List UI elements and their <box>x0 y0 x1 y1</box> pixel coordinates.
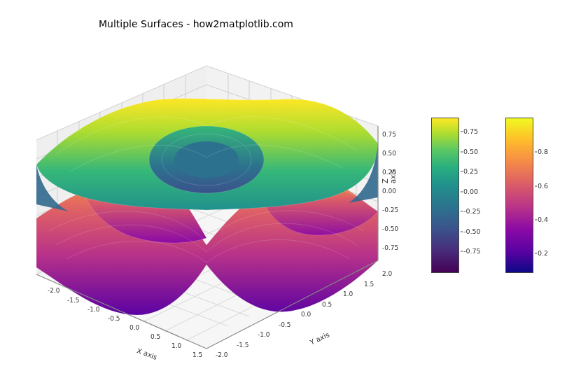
surface-viridis <box>36 99 378 211</box>
cbar-tick: 0.75 <box>463 127 478 135</box>
y-tick: 0.5 <box>322 301 332 308</box>
x-tick: -1.0 <box>88 306 100 313</box>
cbar-tick: 0.8 <box>538 148 548 155</box>
cbar-tick: 0.00 <box>463 188 478 195</box>
z-tick: 0.75 <box>382 131 396 138</box>
y-tick: 1.5 <box>364 281 374 288</box>
y-tick: 2.0 <box>382 270 392 277</box>
cbar-tick: 0.4 <box>538 216 548 223</box>
x-tick: -2.0 <box>48 287 60 294</box>
y-tick: -1.0 <box>258 331 270 338</box>
z-tick: 0.50 <box>382 150 396 157</box>
cbar-tick: 0.2 <box>538 249 548 257</box>
chart-title: Multiple Surfaces - how2matplotlib.com <box>0 18 392 29</box>
z-tick: -0.75 <box>382 244 398 251</box>
y-tick: -1.5 <box>237 342 249 349</box>
colorbar-plasma-ticks: 0.2 0.4 0.6 0.8 <box>535 118 563 272</box>
z-tick: -0.25 <box>382 206 398 214</box>
colorbar-plasma[interactable] <box>505 118 533 273</box>
x-tick: -0.5 <box>108 315 120 322</box>
y-tick: 1.0 <box>343 290 353 298</box>
colorbar-viridis-ticks: -0.75 -0.50 -0.25 0.00 0.25 0.50 0.75 <box>461 118 489 272</box>
x-tick: 0.0 <box>130 324 139 331</box>
x-tick: 1.5 <box>192 351 202 358</box>
figure: Multiple Surfaces - how2matplotlib.com <box>0 0 588 392</box>
z-tick: 0.25 <box>382 169 396 176</box>
cbar-tick: 0.25 <box>463 167 478 175</box>
x-tick: -1.5 <box>67 297 80 304</box>
axes3d[interactable]: X axis Y axis Z axis -2.0 -1.5 -1.0 -0.5… <box>28 35 392 371</box>
cbar-tick: -0.25 <box>463 207 481 215</box>
colorbar-viridis[interactable] <box>431 118 459 273</box>
x-tick: 0.5 <box>150 333 160 340</box>
cbar-tick: -0.50 <box>463 227 481 235</box>
z-tick: 0.00 <box>382 188 396 195</box>
y-tick: -2.0 <box>216 351 228 358</box>
cbar-tick: 0.50 <box>463 148 478 155</box>
cbar-tick: 0.6 <box>538 182 548 190</box>
y-tick: 0.0 <box>301 311 311 318</box>
svg-point-45 <box>174 141 239 178</box>
cbar-tick: -0.75 <box>463 247 481 255</box>
y-tick: -0.5 <box>279 321 291 328</box>
x-tick: 1.0 <box>172 342 181 349</box>
z-tick: -0.50 <box>382 225 398 232</box>
